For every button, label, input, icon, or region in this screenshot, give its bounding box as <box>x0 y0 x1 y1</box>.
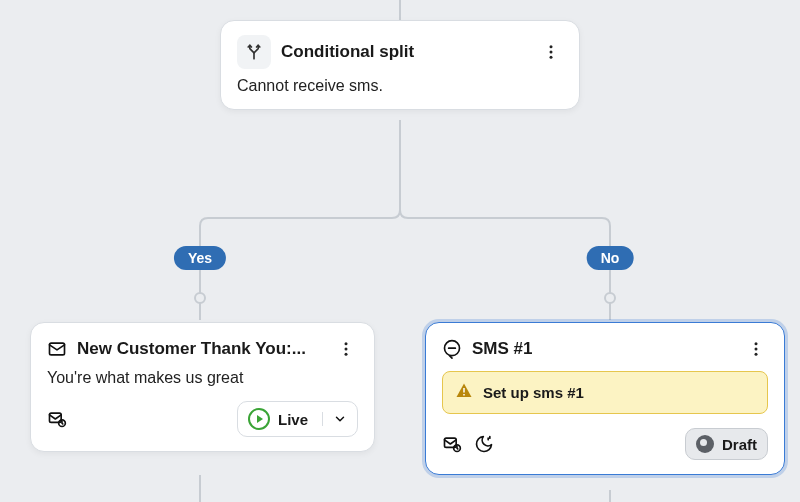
draft-status-icon <box>696 435 714 453</box>
quiet-hours-icon <box>474 434 494 454</box>
node-menu-button[interactable] <box>334 337 358 361</box>
branch-label-yes: Yes <box>174 246 226 270</box>
chevron-down-icon <box>322 412 347 426</box>
status-label: Live <box>278 411 308 428</box>
kebab-icon <box>747 340 765 358</box>
svg-point-0 <box>195 293 205 303</box>
warning-text: Set up sms #1 <box>483 384 584 401</box>
smart-send-icon <box>442 434 462 454</box>
status-dropdown[interactable]: Live <box>237 401 358 437</box>
sms-icon <box>442 339 462 359</box>
status-label: Draft <box>722 436 757 453</box>
branch-label-no: No <box>587 246 634 270</box>
svg-point-12 <box>755 342 758 345</box>
email-node[interactable]: New Customer Thank You:... You're what m… <box>30 322 375 452</box>
setup-warning-banner[interactable]: Set up sms #1 <box>442 371 768 414</box>
conditional-split-node[interactable]: Conditional split Cannot receive sms. <box>220 20 580 110</box>
node-menu-button[interactable] <box>539 40 563 64</box>
svg-point-4 <box>550 56 553 59</box>
live-status-icon <box>248 408 270 430</box>
svg-point-14 <box>755 353 758 356</box>
condition-text: Cannot receive sms. <box>237 77 563 95</box>
svg-rect-15 <box>463 388 465 393</box>
warning-icon <box>455 382 473 403</box>
node-menu-button[interactable] <box>744 337 768 361</box>
svg-point-2 <box>550 45 553 48</box>
svg-point-6 <box>345 342 348 345</box>
email-icon <box>47 339 67 359</box>
kebab-icon <box>337 340 355 358</box>
svg-point-1 <box>605 293 615 303</box>
svg-point-7 <box>345 348 348 351</box>
svg-point-3 <box>550 51 553 54</box>
status-button[interactable]: Draft <box>685 428 768 460</box>
conditional-split-icon <box>237 35 271 69</box>
node-title: New Customer Thank You:... <box>77 339 324 359</box>
kebab-icon <box>542 43 560 61</box>
svg-rect-16 <box>463 394 465 396</box>
email-preview-text: You're what makes us great <box>47 369 358 387</box>
node-title: SMS #1 <box>472 339 734 359</box>
node-title: Conditional split <box>281 42 529 62</box>
svg-point-8 <box>345 353 348 356</box>
sms-node[interactable]: SMS #1 Set up sms #1 Draft <box>425 322 785 475</box>
smart-send-icon <box>47 409 67 429</box>
svg-point-13 <box>755 348 758 351</box>
